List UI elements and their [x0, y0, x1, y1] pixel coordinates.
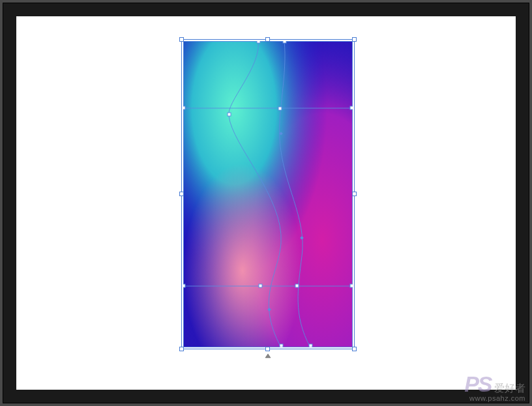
transform-handle-top-middle[interactable]	[265, 37, 270, 42]
transform-handle-top-right[interactable]	[352, 37, 357, 42]
transform-handle-top-left[interactable]	[179, 37, 184, 42]
svg-marker-22	[265, 354, 271, 358]
svg-rect-3	[183, 41, 353, 347]
transform-handle-middle-right[interactable]	[352, 192, 357, 196]
transform-handle-bottom-right[interactable]	[352, 347, 357, 351]
transform-handle-bottom-left[interactable]	[179, 347, 184, 351]
transform-handle-bottom-middle[interactable]	[265, 347, 270, 351]
mesh-fill	[183, 41, 353, 347]
transform-handle-middle-left[interactable]	[179, 192, 184, 196]
app-frame	[3, 3, 529, 403]
canvas[interactable]	[16, 16, 516, 390]
rotate-anchor-icon[interactable]	[264, 353, 272, 360]
gradient-mesh-object[interactable]	[183, 41, 353, 347]
